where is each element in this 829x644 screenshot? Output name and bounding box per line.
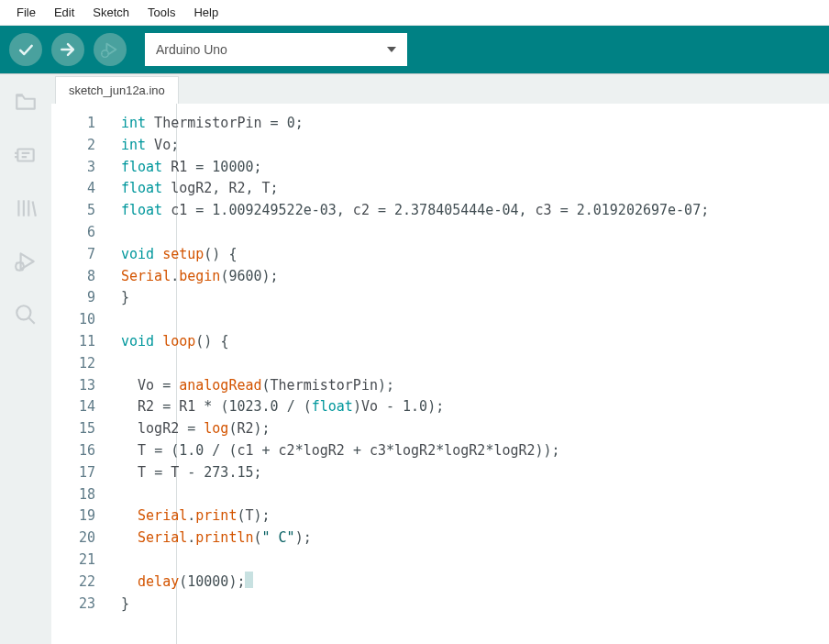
menu-help[interactable]: Help: [184, 2, 227, 23]
arrow-right-icon: [59, 40, 77, 59]
line-number: 12: [51, 353, 95, 375]
board-select-label: Arduino Uno: [156, 42, 227, 57]
svg-rect-3: [17, 150, 33, 161]
code-content: int ThermistorPin = 0;int Vo;float R1 = …: [108, 104, 709, 644]
line-number: 4: [51, 178, 95, 200]
line-number: 8: [51, 266, 95, 288]
line-number: 9: [51, 287, 95, 309]
verify-button[interactable]: [9, 33, 42, 66]
line-number: 16: [51, 440, 95, 462]
line-number: 3: [51, 157, 95, 179]
line-number: 14: [51, 396, 95, 418]
library-manager-icon: [14, 196, 38, 220]
menu-sketch[interactable]: Sketch: [83, 2, 138, 23]
line-number: 6: [51, 222, 95, 244]
svg-line-11: [28, 317, 35, 324]
line-number: 15: [51, 418, 95, 440]
debug-panel-icon: [14, 250, 38, 273]
sketchbook-tab[interactable]: [11, 87, 40, 117]
svg-point-10: [17, 305, 30, 319]
boards-manager-tab[interactable]: [11, 140, 40, 170]
line-number: 20: [51, 527, 95, 550]
toolbar: Arduino Uno: [0, 26, 829, 73]
folder-icon: [14, 90, 38, 114]
menu-tools[interactable]: Tools: [138, 2, 184, 23]
check-icon: [17, 40, 35, 59]
debug-play-icon: [100, 39, 120, 60]
editor-area: sketch_jun12a.ino 1234567891011121314151…: [51, 74, 829, 644]
menu-edit[interactable]: Edit: [45, 2, 83, 23]
tab-sketch[interactable]: sketch_jun12a.ino: [55, 76, 179, 104]
line-number: 22: [51, 572, 95, 594]
menu-file[interactable]: File: [7, 2, 45, 23]
tab-label: sketch_jun12a.ino: [69, 83, 165, 97]
activity-bar: [0, 74, 51, 644]
line-number: 17: [51, 462, 95, 484]
line-number: 2: [51, 135, 95, 157]
library-manager-tab[interactable]: [11, 194, 40, 223]
line-number: 7: [51, 244, 95, 266]
upload-button[interactable]: [51, 33, 84, 66]
debug-panel-tab[interactable]: [11, 247, 40, 276]
line-number: 21: [51, 550, 95, 572]
line-number-gutter: 1234567891011121314151617181920212223: [51, 104, 108, 644]
line-number: 11: [51, 331, 95, 353]
tab-bar: sketch_jun12a.ino: [51, 74, 829, 104]
search-icon: [14, 303, 38, 327]
line-number: 1: [51, 113, 95, 135]
menubar: File Edit Sketch Tools Help: [0, 0, 829, 26]
search-tab[interactable]: [11, 300, 40, 329]
svg-line-7: [33, 201, 36, 216]
line-number: 10: [51, 309, 95, 331]
line-number: 23: [51, 594, 95, 616]
chevron-down-icon: [387, 47, 396, 52]
debug-run-button[interactable]: [94, 33, 127, 66]
caret: [245, 572, 253, 588]
line-number: 13: [51, 375, 95, 397]
line-number: 19: [51, 505, 95, 527]
code-editor[interactable]: 1234567891011121314151617181920212223 in…: [51, 104, 829, 644]
body: sketch_jun12a.ino 1234567891011121314151…: [0, 73, 829, 644]
line-number: 18: [51, 484, 95, 506]
board-select[interactable]: Arduino Uno: [145, 33, 407, 66]
line-number: 5: [51, 200, 95, 222]
boards-manager-icon: [14, 143, 38, 167]
